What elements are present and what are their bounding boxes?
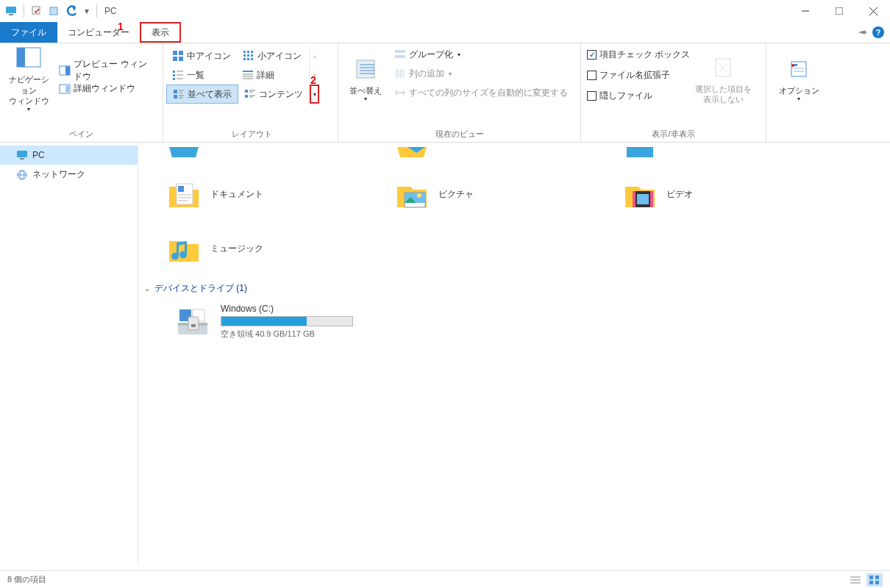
undo-icon[interactable]: [64, 3, 80, 19]
chevron-down-icon: ⌄: [144, 284, 150, 293]
minimize-button[interactable]: [788, 0, 822, 22]
view-large-icons-button[interactable]: [866, 573, 883, 587]
svg-rect-69: [20, 158, 24, 159]
svg-rect-11: [65, 66, 70, 75]
folder-icon: [394, 148, 430, 157]
content-icon: [244, 88, 256, 100]
layout-medium-icons[interactable]: 中アイコン: [166, 46, 237, 65]
main-area: PC ネットワーク ドキュメント ピクチャ: [0, 143, 890, 566]
chevron-down-icon: ▾: [364, 96, 367, 103]
group-pane: ナビゲーション ウィンドウ ▾ プレビュー ウィンドウ 詳細ウィンドウ ペイン: [0, 43, 163, 142]
svg-rect-20: [179, 57, 183, 61]
svg-rect-65: [794, 68, 804, 69]
svg-rect-29: [251, 58, 253, 60]
svg-marker-73: [169, 147, 199, 157]
layout-details[interactable]: 詳細: [236, 65, 306, 85]
qat-dropdown-icon[interactable]: ▾: [82, 3, 92, 19]
nav-pc[interactable]: PC: [0, 146, 138, 165]
hidden-items-toggle[interactable]: 隠しファイル: [587, 87, 690, 104]
preview-pane-button[interactable]: プレビュー ウィンドウ: [54, 62, 157, 79]
title-bar: ▾ PC: [0, 0, 890, 22]
layout-tiles[interactable]: 並べて表示: [166, 85, 238, 104]
folder-pictures[interactable]: ピクチャ: [394, 173, 622, 215]
size-all-columns-button[interactable]: すべての列のサイズを自動的に変更する: [390, 85, 572, 101]
navigation-pane-button[interactable]: ナビゲーション ウィンドウ ▾: [6, 46, 51, 112]
music-folder-icon: [166, 231, 202, 266]
filename-extensions-toggle[interactable]: ファイル名拡張子: [587, 67, 690, 83]
folder-music[interactable]: ミュージック: [166, 228, 394, 269]
group-layout-title: レイアウト: [166, 126, 338, 140]
layout-small-icons[interactable]: 小アイコン: [237, 46, 307, 65]
layout-content[interactable]: コンテンツ: [238, 85, 309, 104]
svg-point-67: [791, 64, 794, 67]
details-icon: [242, 69, 254, 81]
folder-videos[interactable]: ビデオ: [622, 173, 850, 215]
svg-rect-32: [173, 74, 175, 76]
tab-file[interactable]: ファイル: [0, 22, 57, 43]
content-pane: ドキュメント ピクチャ ビデオ ミュージック ⌄ デバイスとドライブ (1): [138, 143, 890, 566]
tab-computer[interactable]: コンピューター: [57, 22, 140, 43]
svg-rect-61: [403, 69, 405, 78]
group-pane-title: ペイン: [6, 126, 157, 140]
tab-view[interactable]: 表示: [140, 22, 181, 43]
help-icon[interactable]: ?: [872, 26, 884, 38]
svg-rect-40: [174, 90, 177, 93]
folder-item[interactable]: [166, 146, 394, 160]
svg-rect-24: [243, 54, 246, 57]
checkbox-icon: [587, 71, 597, 80]
group-layout: 中アイコン 小アイコン 一覧 詳細 並べて表示 コンテンツ ▴ ▾ ▾ 2 レイ…: [163, 43, 338, 142]
svg-rect-21: [243, 51, 246, 53]
folder-documents[interactable]: ドキュメント: [166, 173, 394, 215]
svg-rect-100: [875, 576, 879, 579]
group-icon: [394, 49, 406, 60]
window-controls: [788, 0, 890, 22]
svg-rect-58: [395, 55, 405, 58]
layout-list[interactable]: 一覧: [166, 65, 236, 85]
item-checkboxes-toggle[interactable]: 項目チェック ボックス: [587, 46, 690, 62]
maximize-button[interactable]: [822, 0, 856, 22]
window-title: PC: [104, 6, 117, 16]
view-details-button[interactable]: [847, 573, 864, 587]
network-icon: [16, 169, 28, 181]
folder-item[interactable]: [394, 146, 622, 160]
details-pane-button[interactable]: 詳細ウィンドウ: [54, 81, 157, 97]
add-columns-button[interactable]: 列の追加 ▾: [390, 65, 572, 82]
pc-icon[interactable]: [3, 3, 19, 19]
nav-network[interactable]: ネットワーク: [0, 165, 138, 184]
preview-pane-icon: [59, 65, 71, 76]
svg-rect-23: [251, 51, 253, 53]
hide-selected-icon: [710, 54, 736, 81]
properties-icon[interactable]: [29, 3, 45, 19]
svg-rect-66: [794, 71, 804, 72]
svg-rect-59: [396, 69, 399, 78]
svg-rect-99: [869, 576, 873, 579]
folder-item[interactable]: [622, 146, 850, 160]
svg-point-85: [417, 193, 421, 198]
navigation-pane: PC ネットワーク: [0, 143, 138, 566]
close-button[interactable]: [856, 0, 890, 22]
options-icon: [786, 56, 812, 82]
layout-scroll-up[interactable]: ▴: [310, 46, 319, 65]
svg-rect-49: [245, 95, 248, 98]
svg-rect-25: [247, 54, 249, 57]
drive-c[interactable]: Windows (C:) 空き領域 40.9 GB/117 GB: [174, 302, 877, 340]
tiles-icon: [173, 88, 185, 100]
hide-selected-button[interactable]: 選択した項目を 表示しない: [690, 46, 756, 112]
ribbon: ナビゲーション ウィンドウ ▾ プレビュー ウィンドウ 詳細ウィンドウ ペイン …: [0, 43, 890, 143]
svg-rect-94: [188, 317, 199, 330]
options-button[interactable]: オプション ▾: [773, 46, 825, 112]
group-by-button[interactable]: グループ化 ▾: [390, 46, 572, 62]
svg-rect-30: [173, 71, 175, 73]
folder-icon: [622, 148, 658, 157]
layout-expand-button[interactable]: ▾: [310, 85, 319, 104]
svg-rect-52: [357, 60, 374, 78]
svg-rect-101: [869, 581, 873, 584]
devices-section-header[interactable]: ⌄ デバイスとドライブ (1): [144, 282, 877, 295]
status-bar: 8 個の項目: [0, 570, 890, 588]
sort-button[interactable]: 並べ替え ▾: [344, 46, 387, 112]
new-folder-icon[interactable]: [46, 3, 63, 19]
drive-icon: [174, 302, 212, 340]
pin-icon[interactable]: [858, 27, 868, 37]
svg-rect-102: [875, 581, 879, 584]
quick-access-toolbar: ▾: [3, 3, 100, 19]
